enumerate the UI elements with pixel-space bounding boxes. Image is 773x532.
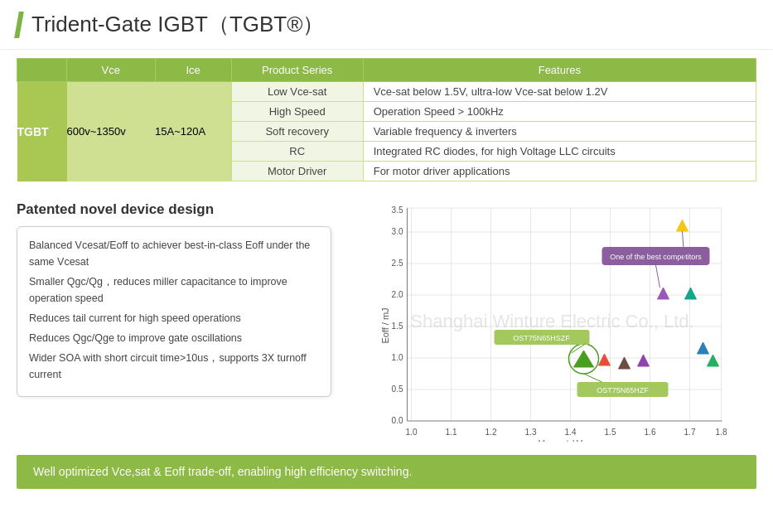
svg-line-42 (656, 265, 660, 288)
cyan-triangle (685, 288, 697, 299)
design-point-1: Balanced Vcesat/Eoff to achiever best-in… (29, 237, 319, 270)
ice-value: 15A~120A (155, 82, 231, 181)
tgbt-label: TGBT (17, 82, 67, 181)
table-header-row: Vce Ice Product Series Features (17, 59, 756, 82)
purple-triangle-1 (658, 288, 669, 299)
svg-text:1.7: 1.7 (684, 428, 696, 437)
chart-svg: Eoff / mJ 0.0 0.5 1.0 1.5 2.0 2.5 3.0 3.… (348, 201, 756, 442)
th-empty (17, 59, 67, 82)
competitor-label: One of the best competitors (610, 253, 702, 261)
yellow-triangle (677, 220, 688, 231)
feature-3: Variable frequency & inverters (363, 122, 756, 142)
design-point-2: Smaller Qgc/Qg，reduces miller capacitanc… (29, 273, 319, 307)
design-point-5: Wider SOA with short circuit time>10us，s… (29, 350, 319, 383)
product-series-4: RC (231, 142, 363, 162)
x-axis-label: Vce,sat / V (539, 438, 583, 442)
svg-text:2.5: 2.5 (392, 259, 403, 268)
th-ice: Ice (155, 59, 231, 82)
red-triangle (599, 354, 611, 365)
design-point-4: Reduces Qgc/Qge to improve gate oscillat… (29, 330, 319, 346)
bottom-section: Patented novel device design Balanced Vc… (0, 193, 773, 450)
label-ost75n65hszf: OST75N65HSZF (513, 334, 570, 342)
y-axis-label: Eoff / mJ (380, 307, 390, 343)
chart-area: Shanghai Winture Electric Co., Ltd. Eoff… (348, 201, 756, 442)
brown-triangle (619, 357, 630, 369)
blue-triangle (698, 342, 709, 354)
svg-line-37 (584, 374, 602, 382)
product-table: Vce Ice Product Series Features TGBT 600… (17, 58, 756, 181)
svg-text:1.8: 1.8 (716, 428, 727, 437)
small-green-triangle (708, 355, 719, 366)
table-section: Vce Ice Product Series Features TGBT 600… (0, 50, 773, 190)
product-series-1: Low Vce-sat (231, 82, 363, 102)
feature-5: For motor driver applications (363, 162, 756, 181)
page-title: Trident-Gate IGBT（TGBT®） (31, 10, 324, 39)
svg-text:1.0: 1.0 (406, 428, 418, 437)
svg-text:0.0: 0.0 (392, 416, 403, 425)
purple-triangle-2 (638, 355, 650, 366)
bottom-banner: Well optimized Vce,sat & Eoff trade-off,… (17, 455, 756, 489)
svg-text:1.1: 1.1 (446, 428, 457, 437)
feature-4: Integrated RC diodes, for high Voltage L… (363, 142, 756, 162)
svg-text:1.5: 1.5 (392, 322, 403, 331)
table-row: TGBT 600v~1350v 15A~120A Low Vce-sat Vce… (17, 82, 756, 102)
svg-text:2.0: 2.0 (392, 290, 403, 299)
feature-1: Vce-sat below 1.5V, ultra-low Vce-sat be… (363, 82, 756, 102)
green-triangle-large (574, 351, 594, 367)
svg-text:3.0: 3.0 (392, 227, 403, 236)
svg-text:1.5: 1.5 (605, 428, 616, 437)
svg-text:1.2: 1.2 (486, 428, 497, 437)
svg-text:3.5: 3.5 (392, 206, 403, 215)
svg-text:0.5: 0.5 (392, 384, 403, 394)
design-card: Patented novel device design Balanced Vc… (17, 201, 331, 442)
label-ost75n65hzf: OST75N65HZF (597, 386, 649, 394)
design-title: Patented novel device design (17, 201, 331, 218)
product-series-5: Motor Driver (231, 162, 363, 181)
svg-text:1.6: 1.6 (645, 428, 656, 437)
feature-2: Operation Speed > 100kHz (363, 102, 756, 122)
header-bar-icon (14, 12, 24, 38)
product-series-3: Soft recovery (231, 122, 363, 142)
th-product-series: Product Series (231, 59, 363, 82)
design-point-3: Reduces tail current for high speed oper… (29, 310, 319, 326)
vce-value: 600v~1350v (67, 82, 156, 181)
svg-text:1.4: 1.4 (565, 428, 577, 437)
th-vce: Vce (67, 59, 156, 82)
chart-container: Eoff / mJ 0.0 0.5 1.0 1.5 2.0 2.5 3.0 3.… (348, 201, 756, 442)
product-series-2: High Speed (231, 102, 363, 122)
th-features: Features (363, 59, 756, 82)
banner-text: Well optimized Vce,sat & Eoff trade-off,… (33, 465, 412, 478)
svg-text:1.3: 1.3 (525, 428, 537, 437)
feature-box: Balanced Vcesat/Eoff to achiever best-in… (17, 226, 331, 397)
header: Trident-Gate IGBT（TGBT®） (0, 0, 773, 50)
svg-text:1.0: 1.0 (392, 353, 403, 362)
